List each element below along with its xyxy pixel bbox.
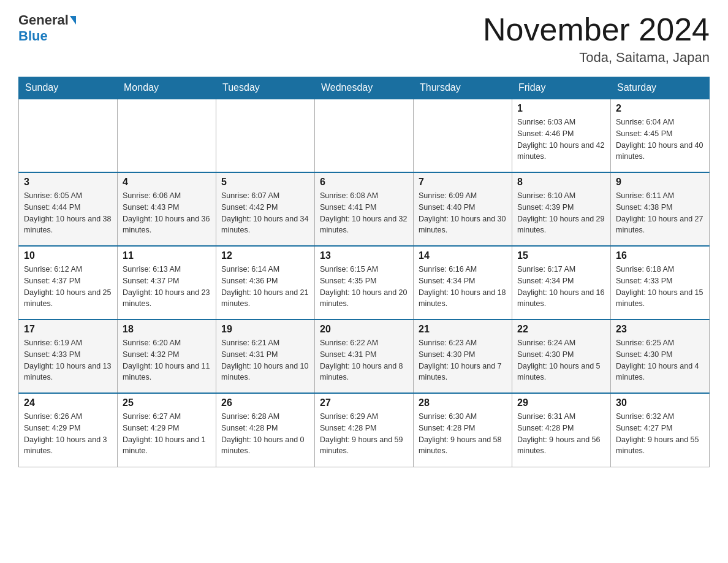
logo-general: General xyxy=(18,12,69,28)
day-info: Sunrise: 6:12 AMSunset: 4:37 PMDaylight:… xyxy=(24,264,112,310)
title-block: November 2024 Toda, Saitama, Japan xyxy=(483,12,710,66)
day-number: 14 xyxy=(419,250,507,261)
day-number: 9 xyxy=(616,177,704,188)
day-info: Sunrise: 6:04 AMSunset: 4:45 PMDaylight:… xyxy=(616,117,704,163)
calendar-cell: 29 Sunrise: 6:31 AMSunset: 4:28 PMDaylig… xyxy=(512,393,611,467)
day-info: Sunrise: 6:27 AMSunset: 4:29 PMDaylight:… xyxy=(123,411,211,457)
day-info: Sunrise: 6:10 AMSunset: 4:39 PMDaylight:… xyxy=(517,190,605,236)
day-number: 10 xyxy=(24,250,112,261)
calendar-cell: 28 Sunrise: 6:30 AMSunset: 4:28 PMDaylig… xyxy=(414,393,512,467)
day-info: Sunrise: 6:22 AMSunset: 4:31 PMDaylight:… xyxy=(320,337,408,383)
day-number: 15 xyxy=(517,250,605,261)
day-info: Sunrise: 6:23 AMSunset: 4:30 PMDaylight:… xyxy=(419,337,507,383)
calendar-cell: 18 Sunrise: 6:20 AMSunset: 4:32 PMDaylig… xyxy=(118,320,216,393)
day-number: 13 xyxy=(320,250,408,261)
header-thursday: Thursday xyxy=(414,77,512,99)
day-info: Sunrise: 6:24 AMSunset: 4:30 PMDaylight:… xyxy=(517,337,605,383)
day-number: 26 xyxy=(221,397,309,408)
calendar-cell: 26 Sunrise: 6:28 AMSunset: 4:28 PMDaylig… xyxy=(216,393,315,467)
header-sunday: Sunday xyxy=(19,77,118,99)
calendar-cell: 9 Sunrise: 6:11 AMSunset: 4:38 PMDayligh… xyxy=(611,172,710,246)
day-info: Sunrise: 6:29 AMSunset: 4:28 PMDaylight:… xyxy=(320,411,408,457)
day-number: 4 xyxy=(123,177,211,188)
day-info: Sunrise: 6:28 AMSunset: 4:28 PMDaylight:… xyxy=(221,411,309,457)
day-info: Sunrise: 6:13 AMSunset: 4:37 PMDaylight:… xyxy=(123,264,211,310)
day-info: Sunrise: 6:26 AMSunset: 4:29 PMDaylight:… xyxy=(24,411,112,457)
calendar-cell: 25 Sunrise: 6:27 AMSunset: 4:29 PMDaylig… xyxy=(118,393,216,467)
calendar-cell: 2 Sunrise: 6:04 AMSunset: 4:45 PMDayligh… xyxy=(611,99,710,172)
day-info: Sunrise: 6:16 AMSunset: 4:34 PMDaylight:… xyxy=(419,264,507,310)
calendar-cell xyxy=(414,99,512,172)
day-number: 18 xyxy=(123,324,211,335)
day-number: 24 xyxy=(24,397,112,408)
location-title: Toda, Saitama, Japan xyxy=(483,50,710,66)
calendar-cell: 13 Sunrise: 6:15 AMSunset: 4:35 PMDaylig… xyxy=(315,246,414,320)
day-number: 19 xyxy=(221,324,309,335)
day-info: Sunrise: 6:07 AMSunset: 4:42 PMDaylight:… xyxy=(221,190,309,236)
day-number: 25 xyxy=(123,397,211,408)
day-number: 23 xyxy=(616,324,704,335)
calendar-cell: 24 Sunrise: 6:26 AMSunset: 4:29 PMDaylig… xyxy=(19,393,118,467)
calendar-cell: 10 Sunrise: 6:12 AMSunset: 4:37 PMDaylig… xyxy=(19,246,118,320)
calendar-cell: 11 Sunrise: 6:13 AMSunset: 4:37 PMDaylig… xyxy=(118,246,216,320)
day-info: Sunrise: 6:15 AMSunset: 4:35 PMDaylight:… xyxy=(320,264,408,310)
day-info: Sunrise: 6:06 AMSunset: 4:43 PMDaylight:… xyxy=(123,190,211,236)
day-number: 21 xyxy=(419,324,507,335)
calendar-week-row: 10 Sunrise: 6:12 AMSunset: 4:37 PMDaylig… xyxy=(19,246,710,320)
day-number: 30 xyxy=(616,397,704,408)
logo-blue: Blue xyxy=(18,28,48,44)
day-number: 12 xyxy=(221,250,309,261)
day-number: 16 xyxy=(616,250,704,261)
page-header: General Blue November 2024 Toda, Saitama… xyxy=(18,12,710,66)
day-number: 2 xyxy=(616,103,704,114)
calendar-cell: 17 Sunrise: 6:19 AMSunset: 4:33 PMDaylig… xyxy=(19,320,118,393)
day-info: Sunrise: 6:21 AMSunset: 4:31 PMDaylight:… xyxy=(221,337,309,383)
calendar-table: Sunday Monday Tuesday Wednesday Thursday… xyxy=(18,77,710,467)
calendar-cell xyxy=(315,99,414,172)
day-info: Sunrise: 6:05 AMSunset: 4:44 PMDaylight:… xyxy=(24,190,112,236)
day-number: 8 xyxy=(517,177,605,188)
logo-triangle-icon xyxy=(70,16,76,25)
calendar-cell: 4 Sunrise: 6:06 AMSunset: 4:43 PMDayligh… xyxy=(118,172,216,246)
day-number: 28 xyxy=(419,397,507,408)
calendar-cell: 3 Sunrise: 6:05 AMSunset: 4:44 PMDayligh… xyxy=(19,172,118,246)
calendar-cell: 27 Sunrise: 6:29 AMSunset: 4:28 PMDaylig… xyxy=(315,393,414,467)
day-number: 17 xyxy=(24,324,112,335)
logo: General Blue xyxy=(18,12,76,44)
day-info: Sunrise: 6:20 AMSunset: 4:32 PMDaylight:… xyxy=(123,337,211,383)
calendar-cell: 8 Sunrise: 6:10 AMSunset: 4:39 PMDayligh… xyxy=(512,172,611,246)
calendar-week-row: 24 Sunrise: 6:26 AMSunset: 4:29 PMDaylig… xyxy=(19,393,710,467)
day-number: 29 xyxy=(517,397,605,408)
day-number: 3 xyxy=(24,177,112,188)
calendar-cell xyxy=(118,99,216,172)
day-info: Sunrise: 6:31 AMSunset: 4:28 PMDaylight:… xyxy=(517,411,605,457)
day-number: 11 xyxy=(123,250,211,261)
day-info: Sunrise: 6:30 AMSunset: 4:28 PMDaylight:… xyxy=(419,411,507,457)
day-number: 6 xyxy=(320,177,408,188)
day-info: Sunrise: 6:17 AMSunset: 4:34 PMDaylight:… xyxy=(517,264,605,310)
header-wednesday: Wednesday xyxy=(315,77,414,99)
calendar-cell: 6 Sunrise: 6:08 AMSunset: 4:41 PMDayligh… xyxy=(315,172,414,246)
day-info: Sunrise: 6:25 AMSunset: 4:30 PMDaylight:… xyxy=(616,337,704,383)
day-info: Sunrise: 6:03 AMSunset: 4:46 PMDaylight:… xyxy=(517,117,605,163)
calendar-cell: 21 Sunrise: 6:23 AMSunset: 4:30 PMDaylig… xyxy=(414,320,512,393)
header-monday: Monday xyxy=(118,77,216,99)
day-info: Sunrise: 6:14 AMSunset: 4:36 PMDaylight:… xyxy=(221,264,309,310)
calendar-cell: 14 Sunrise: 6:16 AMSunset: 4:34 PMDaylig… xyxy=(414,246,512,320)
header-saturday: Saturday xyxy=(611,77,710,99)
calendar-cell: 7 Sunrise: 6:09 AMSunset: 4:40 PMDayligh… xyxy=(414,172,512,246)
weekday-header-row: Sunday Monday Tuesday Wednesday Thursday… xyxy=(19,77,710,99)
day-info: Sunrise: 6:09 AMSunset: 4:40 PMDaylight:… xyxy=(419,190,507,236)
calendar-cell: 23 Sunrise: 6:25 AMSunset: 4:30 PMDaylig… xyxy=(611,320,710,393)
day-number: 5 xyxy=(221,177,309,188)
header-tuesday: Tuesday xyxy=(216,77,315,99)
calendar-week-row: 17 Sunrise: 6:19 AMSunset: 4:33 PMDaylig… xyxy=(19,320,710,393)
day-number: 22 xyxy=(517,324,605,335)
day-info: Sunrise: 6:19 AMSunset: 4:33 PMDaylight:… xyxy=(24,337,112,383)
calendar-cell: 20 Sunrise: 6:22 AMSunset: 4:31 PMDaylig… xyxy=(315,320,414,393)
calendar-week-row: 3 Sunrise: 6:05 AMSunset: 4:44 PMDayligh… xyxy=(19,172,710,246)
day-info: Sunrise: 6:18 AMSunset: 4:33 PMDaylight:… xyxy=(616,264,704,310)
day-number: 27 xyxy=(320,397,408,408)
calendar-cell: 30 Sunrise: 6:32 AMSunset: 4:27 PMDaylig… xyxy=(611,393,710,467)
calendar-cell xyxy=(216,99,315,172)
